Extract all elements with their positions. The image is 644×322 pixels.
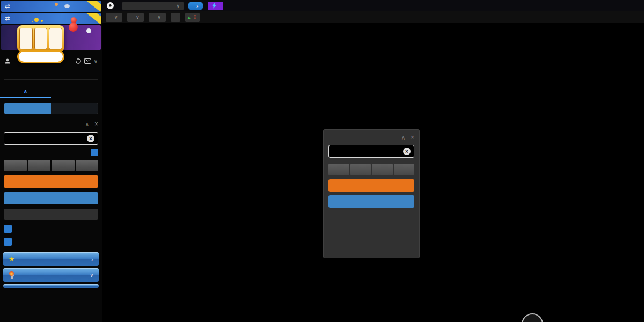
chevron-down-icon: ∨ bbox=[157, 14, 160, 20]
logo-letter bbox=[19, 28, 33, 49]
all-filter-dropdown[interactable]: ∨ bbox=[122, 2, 184, 10]
filter-bar: ∨ ∨ ∨ ▲⋮ bbox=[102, 11, 644, 24]
market-header: ∧ × bbox=[328, 134, 414, 141]
clear-slip-button[interactable] bbox=[4, 209, 98, 220]
max-stake-button[interactable] bbox=[394, 164, 415, 175]
match-filter-dropdown[interactable]: ∨ bbox=[106, 13, 122, 22]
plus100-button[interactable] bbox=[52, 160, 75, 171]
banner-galaxy[interactable]: ⇄ bbox=[1, 13, 101, 24]
plus100-button[interactable] bbox=[372, 164, 393, 175]
parlay-button[interactable]: › bbox=[188, 2, 203, 10]
next-panel-edge bbox=[3, 284, 99, 288]
add-parlay-button[interactable] bbox=[328, 195, 414, 208]
olympics-panel[interactable]: ∨ bbox=[3, 268, 99, 282]
league-count-box[interactable] bbox=[171, 13, 180, 22]
all-matches-dropdown[interactable]: ∨ bbox=[127, 13, 144, 22]
collapse-icon[interactable]: ∧ bbox=[85, 121, 89, 127]
stake-input[interactable]: × bbox=[4, 132, 98, 145]
toggle-single[interactable] bbox=[4, 103, 51, 114]
clear-stake-icon[interactable]: × bbox=[87, 135, 94, 142]
sort-button[interactable]: ▲⋮ bbox=[185, 13, 200, 22]
screen: ⇄ ⇄ bbox=[0, 0, 644, 322]
top-bar: ∨ › bbox=[102, 0, 644, 11]
auto-parlay-button[interactable] bbox=[208, 2, 223, 10]
tab-bet-list[interactable] bbox=[51, 84, 102, 98]
coins-decoration bbox=[34, 18, 39, 22]
stake-input[interactable]: × bbox=[328, 145, 414, 158]
time-range-dropdown[interactable]: ∨ bbox=[149, 13, 165, 22]
quick-stake-buttons bbox=[4, 160, 98, 171]
max-stake-button[interactable] bbox=[76, 160, 99, 171]
market-header: ∧ × bbox=[4, 120, 98, 128]
clear-stake-icon[interactable]: × bbox=[403, 148, 411, 155]
soccer-ball-icon bbox=[107, 2, 114, 9]
balance-row bbox=[4, 69, 98, 80]
plus50-button[interactable] bbox=[28, 160, 51, 171]
favorites-panel[interactable]: ★ › bbox=[3, 252, 99, 266]
place-bet-button[interactable] bbox=[328, 179, 414, 192]
dollar-badge-icon bbox=[91, 149, 98, 156]
logo-club-pill bbox=[17, 50, 64, 63]
bet-slip: ∧ × × bbox=[4, 103, 98, 246]
sidebar: ⇄ ⇄ bbox=[0, 0, 102, 322]
slip-tabs: ∧ bbox=[0, 84, 102, 98]
refresh-icon[interactable] bbox=[75, 58, 82, 64]
bet-popup: ∧ × × bbox=[323, 129, 420, 258]
ufo-decoration bbox=[64, 4, 70, 8]
min-stake-button[interactable] bbox=[328, 164, 349, 175]
close-icon[interactable]: × bbox=[94, 120, 98, 128]
auto-accept-row bbox=[4, 238, 98, 246]
sort-bars-icon: ⋮ bbox=[192, 15, 197, 19]
tab-bet-ticket[interactable]: ∧ bbox=[0, 84, 51, 98]
place-bet-button[interactable] bbox=[4, 175, 98, 188]
torch-icon bbox=[9, 272, 15, 279]
collapse-icon[interactable]: ∧ bbox=[401, 135, 405, 141]
new-badge bbox=[85, 13, 101, 24]
mail-icon[interactable] bbox=[84, 58, 91, 64]
logo-letter bbox=[34, 28, 48, 49]
chevron-down-icon: ∨ bbox=[136, 14, 139, 20]
star-icon: ★ bbox=[9, 255, 15, 263]
new-badge bbox=[85, 1, 101, 12]
red-ball-decoration bbox=[69, 23, 78, 32]
swap-arrows-icon: ⇄ bbox=[5, 15, 10, 22]
min-stake-button[interactable] bbox=[4, 160, 27, 171]
hitclub-logo[interactable] bbox=[16, 25, 65, 69]
close-icon[interactable]: × bbox=[411, 134, 414, 141]
plus50-button[interactable] bbox=[350, 164, 371, 175]
add-parlay-button[interactable] bbox=[4, 192, 98, 204]
toggle-parlay[interactable] bbox=[51, 103, 98, 114]
sort-up-icon: ▲ bbox=[187, 15, 191, 20]
chevron-right-icon: › bbox=[91, 256, 93, 262]
logo-letter bbox=[49, 28, 62, 49]
floating-button[interactable] bbox=[522, 313, 543, 322]
chevron-up-icon: ∧ bbox=[24, 89, 27, 94]
checkbox-checked[interactable] bbox=[4, 238, 12, 246]
chevron-down-icon[interactable]: ∨ bbox=[94, 58, 98, 64]
lightning-icon bbox=[212, 3, 216, 9]
astronaut-decoration bbox=[86, 28, 91, 33]
chevron-right-icon: › bbox=[196, 3, 199, 9]
planet-decoration bbox=[55, 3, 58, 6]
banner-compact-version[interactable]: ⇄ bbox=[1, 1, 101, 12]
quick-stake-buttons bbox=[328, 164, 414, 175]
logo-slot-frame bbox=[17, 25, 64, 52]
bet-mode-toggle bbox=[4, 103, 98, 114]
chevron-down-icon: ∨ bbox=[90, 273, 93, 278]
checkbox-checked[interactable] bbox=[4, 225, 12, 233]
person-icon bbox=[4, 58, 11, 64]
auto-refresh-row bbox=[4, 225, 98, 233]
chevron-down-icon: ∨ bbox=[114, 14, 118, 20]
chevron-down-icon: ∨ bbox=[176, 3, 180, 9]
payout-row bbox=[4, 149, 98, 156]
swap-arrows-icon: ⇄ bbox=[5, 3, 10, 10]
